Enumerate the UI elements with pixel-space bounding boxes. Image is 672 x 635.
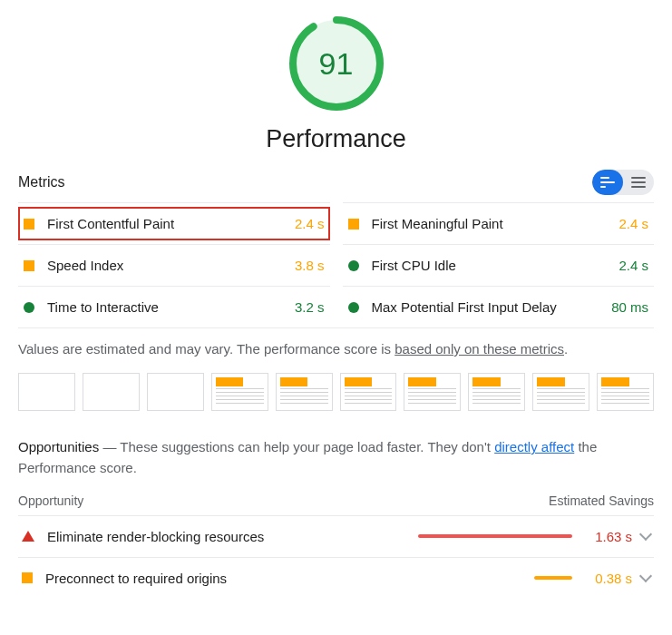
opportunities-label: Opportunities bbox=[18, 439, 99, 454]
filmstrip-frame[interactable] bbox=[276, 373, 333, 411]
metric-label: Speed Index bbox=[47, 258, 287, 273]
metric-label: First Meaningful Paint bbox=[372, 216, 612, 231]
circle-icon bbox=[24, 302, 34, 313]
triangle-icon bbox=[22, 531, 34, 542]
gauge-score: 91 bbox=[319, 46, 354, 82]
filmstrip-frame[interactable] bbox=[404, 373, 461, 411]
opportunities-table-head: Opportunity Estimated Savings bbox=[18, 493, 654, 515]
metric-row[interactable]: Max Potential First Input Delay80 ms bbox=[343, 286, 655, 327]
metric-label: Time to Interactive bbox=[47, 299, 287, 315]
metrics-grid: First Contentful Paint2.4 sFirst Meaning… bbox=[18, 202, 654, 327]
disclaimer-link[interactable]: based only on these metrics bbox=[394, 341, 564, 357]
savings-value: 0.38 s bbox=[583, 571, 632, 586]
circle-icon bbox=[348, 260, 359, 271]
metric-row[interactable]: First Contentful Paint2.4 s bbox=[18, 202, 330, 244]
col-savings: Estimated Savings bbox=[549, 493, 654, 508]
opportunities-heading: Opportunities — These suggestions can he… bbox=[18, 436, 654, 479]
view-toggle-compact[interactable] bbox=[592, 170, 623, 195]
opportunity-label: Preconnect to required origins bbox=[45, 571, 409, 586]
opportunities-link[interactable]: directly affect bbox=[494, 439, 574, 454]
disclaimer-text-end: . bbox=[564, 341, 568, 357]
savings-bar-wrap bbox=[409, 534, 572, 538]
metric-label: Max Potential First Input Delay bbox=[372, 299, 605, 315]
opportunities-desc: — These suggestions can help your page l… bbox=[99, 439, 494, 454]
metric-value: 2.4 s bbox=[295, 216, 325, 231]
square-icon bbox=[22, 572, 33, 583]
disclaimer-text: Values are estimated and may vary. The p… bbox=[18, 341, 394, 357]
square-icon bbox=[24, 219, 34, 230]
metric-label: First Contentful Paint bbox=[47, 216, 287, 231]
metric-row[interactable]: Speed Index3.8 s bbox=[18, 244, 330, 286]
opportunity-row[interactable]: Eliminate render-blocking resources1.63 … bbox=[18, 515, 654, 557]
savings-value: 1.63 s bbox=[583, 529, 632, 544]
filmstrip-frame[interactable] bbox=[597, 373, 654, 411]
savings-bar bbox=[534, 576, 572, 580]
filmstrip-frame[interactable] bbox=[532, 373, 589, 411]
performance-gauge: 91 Performance bbox=[18, 13, 654, 153]
opportunity-row[interactable]: Preconnect to required origins0.38 s bbox=[18, 557, 654, 599]
col-opportunity: Opportunity bbox=[18, 493, 83, 508]
filmstrip-frame[interactable] bbox=[83, 373, 140, 411]
filmstrip-frame[interactable] bbox=[468, 373, 525, 411]
gauge-title: Performance bbox=[266, 125, 406, 153]
metrics-disclaimer: Values are estimated and may vary. The p… bbox=[18, 327, 654, 373]
filmstrip bbox=[18, 373, 654, 411]
circle-icon bbox=[348, 302, 359, 313]
savings-bar-wrap bbox=[409, 576, 572, 580]
metric-row[interactable]: First CPU Idle2.4 s bbox=[343, 244, 655, 286]
metric-label: First CPU Idle bbox=[372, 258, 612, 273]
chevron-down-icon bbox=[639, 570, 652, 582]
view-toggle bbox=[592, 170, 654, 195]
square-icon bbox=[24, 260, 34, 271]
metrics-heading: Metrics bbox=[18, 174, 65, 190]
opportunities-list: Eliminate render-blocking resources1.63 … bbox=[18, 515, 654, 599]
expand-icon bbox=[631, 177, 646, 188]
metric-value: 3.2 s bbox=[295, 299, 325, 315]
filmstrip-frame[interactable] bbox=[147, 373, 204, 411]
filmstrip-frame[interactable] bbox=[340, 373, 397, 411]
savings-bar bbox=[418, 534, 572, 538]
metric-value: 80 ms bbox=[611, 299, 648, 315]
chevron-down-icon bbox=[639, 528, 652, 541]
metric-value: 2.4 s bbox=[618, 258, 648, 273]
metric-row[interactable]: Time to Interactive3.2 s bbox=[18, 286, 330, 327]
compact-icon bbox=[600, 177, 615, 188]
metric-row[interactable]: First Meaningful Paint2.4 s bbox=[343, 202, 655, 244]
filmstrip-frame[interactable] bbox=[211, 373, 268, 411]
square-icon bbox=[348, 219, 359, 230]
metric-value: 2.4 s bbox=[618, 216, 648, 231]
view-toggle-expanded[interactable] bbox=[623, 170, 654, 195]
metric-value: 3.8 s bbox=[295, 258, 325, 273]
opportunity-label: Eliminate render-blocking resources bbox=[47, 529, 409, 544]
gauge-ring: 91 bbox=[286, 13, 387, 114]
filmstrip-frame[interactable] bbox=[18, 373, 75, 411]
